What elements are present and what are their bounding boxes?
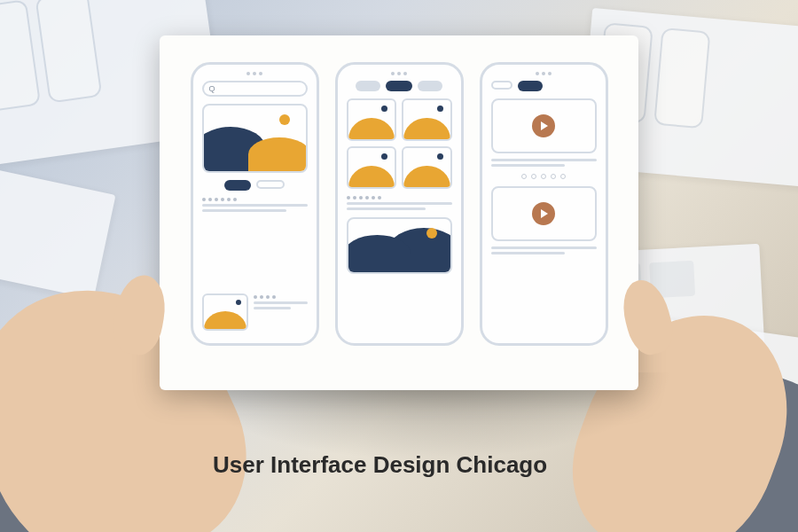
notch-icon [347, 72, 452, 75]
thumbnail-placeholder [347, 98, 397, 141]
phone-mockup-2 [335, 62, 464, 346]
search-input: Q [202, 81, 308, 97]
image-caption: User Interface Design Chicago [213, 451, 547, 479]
pagination-dots-icon [491, 174, 597, 179]
background-paper [0, 162, 116, 300]
search-icon: Q [209, 84, 215, 93]
tab-pills [347, 81, 452, 91]
thumbnail-placeholder [402, 98, 452, 141]
text-placeholder [491, 159, 597, 167]
image-grid [347, 98, 452, 189]
thumbnail-placeholder [202, 293, 248, 331]
wireframe-paper: Q [160, 35, 638, 390]
notch-icon [491, 72, 597, 75]
tab-pills [491, 81, 597, 91]
play-icon [532, 202, 555, 225]
phone-mockup-3 [480, 62, 608, 346]
text-placeholder [491, 246, 597, 254]
hero-image-placeholder [347, 217, 452, 274]
scene-background: Q [0, 0, 798, 532]
tab-pills [202, 180, 308, 191]
thumbnail-placeholder [347, 146, 397, 189]
phone-mockup-1: Q [191, 62, 319, 346]
play-icon [532, 114, 555, 137]
hero-image-placeholder [202, 104, 308, 173]
text-placeholder [202, 198, 308, 212]
thumbnail-placeholder [402, 146, 452, 189]
text-placeholder [347, 196, 452, 210]
text-placeholder [254, 293, 308, 312]
video-placeholder [491, 98, 597, 153]
video-placeholder [491, 186, 597, 241]
notch-icon [202, 72, 308, 75]
